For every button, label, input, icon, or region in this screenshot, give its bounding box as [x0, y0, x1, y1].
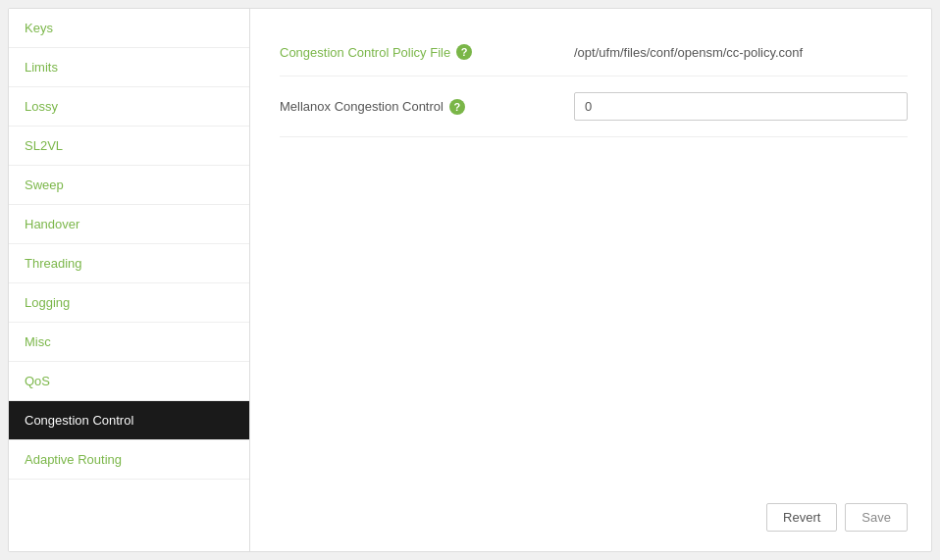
- app-container: KeysLimitsLossySL2VLSweepHandoverThreadi…: [0, 0, 940, 560]
- form-label-text-1: Mellanox Congestion Control: [280, 99, 444, 114]
- help-icon-0[interactable]: ?: [456, 44, 472, 60]
- main-panel: KeysLimitsLossySL2VLSweepHandoverThreadi…: [8, 8, 932, 552]
- form-row-0: Congestion Control Policy File?/opt/ufm/…: [280, 28, 908, 76]
- form-input-1[interactable]: [574, 92, 908, 121]
- sidebar-item-keys[interactable]: Keys: [9, 9, 249, 48]
- sidebar: KeysLimitsLossySL2VLSweepHandoverThreadi…: [9, 9, 250, 551]
- form-value-1[interactable]: [574, 92, 908, 121]
- sidebar-item-logging[interactable]: Logging: [9, 283, 249, 323]
- sidebar-item-misc[interactable]: Misc: [9, 323, 249, 362]
- form-row-1: Mellanox Congestion Control?: [280, 76, 908, 137]
- form-label-text-0: Congestion Control Policy File: [280, 45, 450, 60]
- sidebar-item-sl2vl[interactable]: SL2VL: [9, 127, 249, 166]
- sidebar-item-threading[interactable]: Threading: [9, 244, 249, 283]
- help-icon-1[interactable]: ?: [449, 99, 465, 115]
- sidebar-item-sweep[interactable]: Sweep: [9, 166, 249, 205]
- revert-button[interactable]: Revert: [766, 503, 837, 532]
- sidebar-item-adaptive-routing[interactable]: Adaptive Routing: [9, 440, 249, 480]
- sidebar-item-handover[interactable]: Handover: [9, 205, 249, 244]
- content-rows: Congestion Control Policy File?/opt/ufm/…: [280, 28, 908, 487]
- sidebar-item-lossy[interactable]: Lossy: [9, 87, 249, 127]
- sidebar-item-qos[interactable]: QoS: [9, 362, 249, 401]
- form-value-0: /opt/ufm/files/conf/opensm/cc-policy.con…: [574, 45, 908, 60]
- footer-buttons: Revert Save: [280, 487, 908, 532]
- form-label-0: Congestion Control Policy File?: [280, 44, 574, 60]
- sidebar-item-congestion-control[interactable]: Congestion Control: [9, 401, 249, 440]
- save-button[interactable]: Save: [845, 503, 908, 532]
- form-label-1: Mellanox Congestion Control?: [280, 99, 574, 115]
- sidebar-item-limits[interactable]: Limits: [9, 48, 249, 87]
- content-area: Congestion Control Policy File?/opt/ufm/…: [250, 9, 937, 551]
